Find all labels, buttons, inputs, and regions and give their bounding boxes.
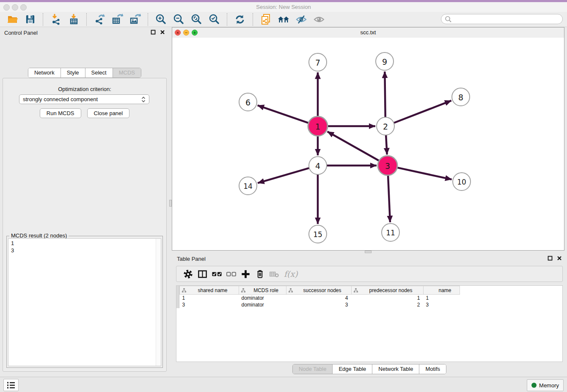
delete-column-button[interactable]: [253, 268, 267, 280]
graph-node-4[interactable]: 4: [309, 157, 327, 174]
refresh-button[interactable]: [234, 13, 246, 26]
graph-edge-3-11[interactable]: [388, 175, 390, 222]
zoom-in-button[interactable]: [154, 13, 167, 26]
table-cell[interactable]: 3: [180, 301, 239, 308]
zoom-fit-button[interactable]: [190, 13, 203, 26]
graph-node-1[interactable]: 1: [308, 116, 328, 136]
close-panel-icon[interactable]: [557, 256, 562, 261]
table-cell[interactable]: 1: [180, 295, 239, 302]
column-header-successor-nodes[interactable]: successor nodes: [286, 286, 352, 295]
mcds-result-textarea[interactable]: 13: [8, 238, 161, 366]
float-panel-icon[interactable]: [151, 30, 156, 35]
tab-node-table[interactable]: Node Table: [293, 364, 333, 374]
graph-edge-2-9[interactable]: [385, 72, 385, 118]
node-table-grid[interactable]: shared nameMCDS rolesuccessor nodesprede…: [179, 286, 460, 308]
toggle-panes-button[interactable]: [195, 268, 209, 280]
column-header-predecessor-nodes[interactable]: predecessor nodes: [352, 286, 424, 295]
import-table-button[interactable]: [67, 13, 80, 26]
table-cell[interactable]: 1: [424, 295, 460, 302]
network-window-titlebar[interactable]: × − + scc.txt: [172, 28, 564, 38]
graph-edge-2-8[interactable]: [394, 101, 451, 123]
graph-edge-4-14[interactable]: [258, 168, 310, 183]
graph-node-3[interactable]: 3: [378, 156, 397, 175]
select-all-columns-button[interactable]: [209, 268, 224, 280]
table-settings-button[interactable]: [181, 268, 195, 280]
graph-edge-3-1[interactable]: [328, 132, 380, 161]
network-window-title: scc.txt: [172, 29, 564, 36]
table-cell[interactable]: dominator: [239, 301, 286, 308]
graph-edge-1-6[interactable]: [258, 105, 309, 123]
delete-table-button[interactable]: [267, 268, 281, 280]
graph-edge-2-3[interactable]: [386, 135, 387, 155]
tab-edge-table[interactable]: Edge Table: [332, 364, 372, 374]
table-cell[interactable]: dominator: [239, 295, 286, 302]
column-header-MCDS-role[interactable]: MCDS role: [239, 286, 286, 295]
first-neighbors-button[interactable]: [277, 13, 290, 26]
graph-node-8[interactable]: 8: [452, 88, 470, 106]
table-toolbar: f(x): [176, 266, 563, 282]
svg-text:14: 14: [243, 182, 253, 190]
memory-button[interactable]: Memory: [527, 379, 564, 391]
zoom-out-button[interactable]: [172, 13, 185, 26]
close-panel-icon[interactable]: [160, 30, 165, 35]
table-cell[interactable]: 3: [424, 301, 460, 308]
export-image-button[interactable]: [129, 13, 141, 26]
run-mcds-button[interactable]: Run MCDS: [40, 108, 81, 118]
attribute-icon: [182, 288, 187, 293]
houses-icon: [277, 14, 290, 25]
table-cell[interactable]: 4: [286, 295, 352, 302]
export-network-icon: [94, 14, 105, 25]
tab-style[interactable]: Style: [61, 68, 85, 77]
eye-icon: [313, 14, 325, 25]
clone-network-icon: [260, 14, 272, 25]
svg-text:9: 9: [382, 57, 387, 66]
table-cell[interactable]: 1: [352, 295, 424, 302]
table-row[interactable]: 3dominator323: [180, 301, 460, 308]
graph-edge-3-10[interactable]: [396, 168, 451, 179]
graph-node-2[interactable]: 2: [377, 117, 394, 135]
tab-motifs[interactable]: Motifs: [419, 364, 446, 374]
close-panel-button[interactable]: Close panel: [87, 108, 130, 118]
deselect-all-columns-button[interactable]: [224, 268, 238, 280]
float-panel-icon[interactable]: [548, 256, 553, 261]
column-header-shared-name[interactable]: shared name: [180, 286, 239, 295]
tab-network[interactable]: Network: [28, 68, 61, 77]
column-header-name[interactable]: name: [424, 286, 460, 295]
result-scrollbar[interactable]: [156, 239, 161, 366]
add-column-button[interactable]: [238, 268, 253, 280]
export-table-button[interactable]: [111, 13, 124, 26]
zoom-in-icon: [155, 14, 167, 25]
table-cell[interactable]: 3: [286, 301, 352, 308]
graph-node-15[interactable]: 15: [309, 225, 327, 243]
table-row[interactable]: 1dominator411: [180, 295, 460, 302]
graph-node-7[interactable]: 7: [309, 53, 327, 71]
save-session-button[interactable]: [24, 13, 36, 26]
stepper-chevrons-icon: [141, 96, 146, 103]
criterion-dropdown[interactable]: strongly connected component: [19, 94, 149, 104]
network-graph[interactable]: 7968124314101511: [172, 38, 564, 250]
tab-network-table[interactable]: Network Table: [372, 364, 419, 374]
zoom-selected-button[interactable]: [208, 13, 220, 26]
show-all-button[interactable]: [313, 13, 325, 26]
function-builder-button[interactable]: f(x): [284, 269, 298, 279]
search-input[interactable]: [454, 15, 562, 23]
export-network-button[interactable]: [93, 13, 106, 26]
svg-text:4: 4: [315, 161, 320, 171]
tab-mcds[interactable]: MCDS: [113, 68, 141, 77]
table-panel-title: Table Panel: [177, 256, 206, 262]
hide-selected-button[interactable]: [295, 13, 308, 26]
table-cell[interactable]: 2: [352, 301, 424, 308]
status-bar: Memory: [0, 377, 567, 392]
graph-node-10[interactable]: 10: [453, 173, 471, 190]
task-history-button[interactable]: [3, 379, 19, 391]
tab-select[interactable]: Select: [85, 68, 113, 77]
clone-network-button[interactable]: [259, 13, 272, 26]
graph-node-11[interactable]: 11: [382, 224, 399, 241]
graph-node-6[interactable]: 6: [239, 93, 257, 111]
split-pane-icon: [197, 269, 208, 279]
open-session-button[interactable]: [6, 13, 19, 26]
import-network-button[interactable]: [50, 13, 62, 26]
network-canvas[interactable]: 7968124314101511: [172, 38, 564, 250]
graph-node-14[interactable]: 14: [239, 177, 257, 195]
graph-node-9[interactable]: 9: [376, 52, 394, 70]
